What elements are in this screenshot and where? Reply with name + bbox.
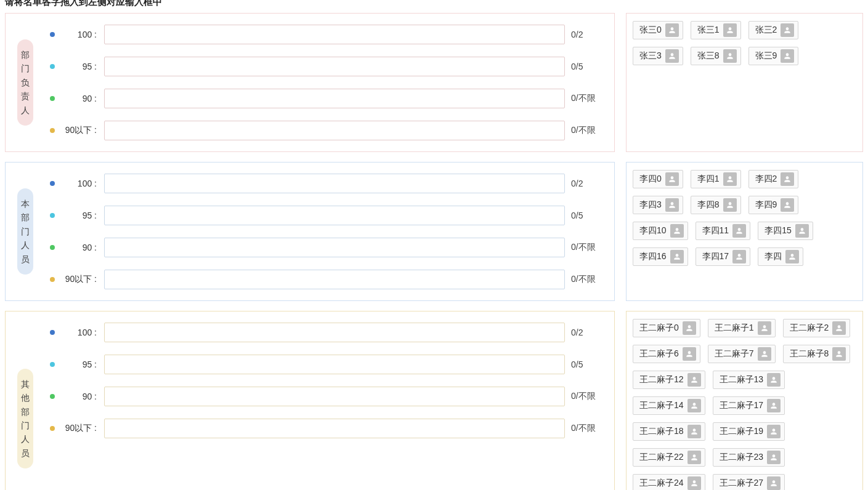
people-pool: 李四0李四1李四2李四3李四8李四9李四10李四11李四15李四16李四17李四 (626, 162, 863, 301)
score-row: 100 :0/2 (50, 25, 602, 44)
score-label: 90 : (61, 392, 98, 401)
person-chip[interactable]: 张三0 (633, 21, 683, 39)
person-chip[interactable]: 张三9 (748, 47, 799, 65)
person-chip[interactable]: 王二麻子8 (783, 345, 851, 363)
person-chip[interactable]: 王二麻子1 (708, 319, 776, 337)
avatar-icon (767, 451, 781, 464)
person-chip[interactable]: 李四0 (633, 170, 683, 188)
person-chip[interactable]: 王二麻子14 (633, 396, 705, 415)
person-chip[interactable]: 王二麻子0 (633, 319, 700, 337)
score-counter: 0/2 (571, 30, 602, 39)
person-name: 王二麻子2 (790, 323, 829, 334)
person-chip[interactable]: 王二麻子12 (633, 371, 705, 389)
drop-target-input[interactable] (104, 238, 565, 257)
person-name: 李四15 (765, 225, 792, 236)
drop-target-input[interactable] (104, 270, 565, 289)
person-chip[interactable]: 王二麻子6 (633, 345, 700, 363)
drop-target-input[interactable] (104, 121, 565, 140)
person-chip[interactable]: 王二麻子2 (783, 319, 851, 337)
person-chip[interactable]: 李四15 (758, 222, 813, 240)
person-name: 王二麻子23 (720, 452, 764, 463)
drop-target-input[interactable] (104, 419, 565, 438)
person-chip[interactable]: 李四9 (748, 196, 799, 214)
person-chip[interactable]: 李四3 (633, 196, 683, 214)
drop-target-input[interactable] (104, 25, 565, 44)
person-name: 李四17 (702, 251, 729, 262)
person-name: 李四8 (697, 199, 720, 211)
person-name: 李四11 (702, 225, 729, 236)
drop-target-input[interactable] (104, 355, 565, 374)
score-dot-icon (50, 128, 55, 133)
person-name: 李四0 (639, 174, 662, 185)
person-chip[interactable]: 王二麻子24 (633, 474, 705, 490)
drop-target-input[interactable] (104, 89, 565, 108)
avatar-icon (670, 250, 684, 263)
avatar-icon (785, 250, 799, 263)
score-row: 90以下 :0/不限 (50, 270, 602, 289)
person-chip[interactable]: 李四8 (691, 196, 741, 214)
person-chip[interactable]: 李四1 (691, 170, 741, 188)
score-dot-icon (50, 245, 55, 250)
person-chip[interactable]: 李四10 (633, 222, 688, 240)
person-chip[interactable]: 王二麻子18 (633, 422, 705, 441)
score-counter: 0/不限 (571, 391, 602, 402)
score-counter: 0/不限 (571, 274, 602, 285)
group-label: 本部门人员 (13, 174, 38, 289)
person-chip[interactable]: 张三1 (691, 21, 741, 39)
person-chip[interactable]: 王二麻子19 (713, 422, 785, 441)
section-dept-head: 部门负责人100 :0/295 :0/590 :0/不限90以下 :0/不限张三… (5, 13, 863, 152)
person-chip[interactable]: 李四11 (696, 222, 751, 240)
score-counter: 0/不限 (571, 242, 602, 253)
person-name: 张三8 (697, 50, 720, 62)
score-dot-icon (50, 213, 55, 218)
person-name: 王二麻子17 (720, 400, 764, 411)
score-label: 95 : (61, 62, 98, 71)
score-label: 100 : (61, 179, 98, 188)
score-counter: 0/不限 (571, 125, 602, 136)
person-chip[interactable]: 李四16 (633, 247, 688, 266)
drop-target-input[interactable] (104, 323, 565, 342)
person-chip[interactable]: 王二麻子13 (713, 371, 785, 389)
drop-target-input[interactable] (104, 57, 565, 76)
score-counter: 0/不限 (571, 93, 602, 104)
person-name: 王二麻子0 (639, 323, 679, 334)
drop-panel: 其他部门人员100 :0/295 :0/590 :0/不限90以下 :0/不限 (5, 311, 615, 490)
person-chip[interactable]: 张三3 (633, 47, 683, 65)
avatar-icon (665, 172, 679, 186)
drop-target-input[interactable] (104, 206, 565, 225)
person-chip[interactable]: 张三8 (691, 47, 741, 65)
avatar-icon (767, 425, 781, 438)
score-row: 90 :0/不限 (50, 238, 602, 257)
person-chip[interactable]: 王二麻子23 (713, 448, 785, 467)
person-name: 张三9 (755, 50, 777, 62)
avatar-icon (688, 451, 701, 464)
avatar-icon (767, 399, 781, 412)
avatar-icon (723, 172, 737, 186)
score-dot-icon (50, 181, 55, 186)
drop-target-input[interactable] (104, 174, 565, 193)
score-label: 90以下 : (61, 125, 98, 136)
score-label: 100 : (61, 30, 98, 39)
person-name: 张三0 (639, 25, 662, 36)
score-row: 100 :0/2 (50, 323, 602, 342)
person-name: 王二麻子27 (720, 478, 764, 489)
score-counter: 0/2 (571, 179, 602, 188)
score-dot-icon (50, 96, 55, 101)
people-pool: 王二麻子0王二麻子1王二麻子2王二麻子6王二麻子7王二麻子8王二麻子12王二麻子… (626, 311, 863, 490)
person-chip[interactable]: 王二麻子17 (713, 396, 785, 415)
person-chip[interactable]: 王二麻子7 (708, 345, 776, 363)
score-row: 90 :0/不限 (50, 387, 602, 406)
person-chip[interactable]: 李四 (758, 247, 803, 266)
person-chip[interactable]: 李四2 (748, 170, 799, 188)
avatar-icon (732, 250, 746, 263)
person-chip[interactable]: 王二麻子27 (713, 474, 785, 490)
avatar-icon (665, 23, 679, 37)
score-label: 90 : (61, 94, 98, 103)
person-chip[interactable]: 李四17 (696, 247, 751, 266)
drop-target-input[interactable] (104, 387, 565, 406)
avatar-icon (688, 425, 701, 438)
person-name: 王二麻子24 (639, 478, 684, 489)
person-chip[interactable]: 张三2 (748, 21, 799, 39)
person-chip[interactable]: 王二麻子22 (633, 448, 705, 467)
person-name: 王二麻子22 (639, 452, 684, 463)
